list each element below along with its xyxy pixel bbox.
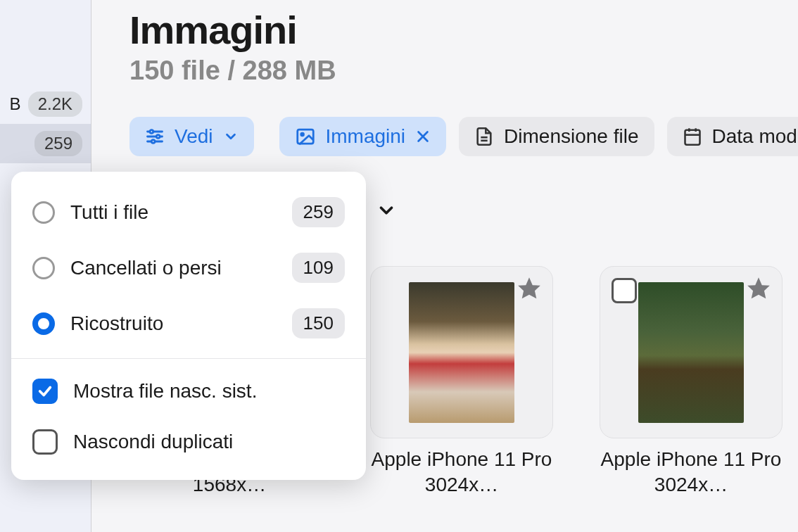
option-label: Mostra file nasc. sist. bbox=[73, 380, 345, 403]
sidebar-item-1[interactable]: 259 bbox=[0, 124, 91, 163]
option-label: Cancellati o persi bbox=[70, 257, 277, 279]
thumbnail-image bbox=[409, 282, 514, 423]
dropdown-option-all[interactable]: Tutti i file 259 bbox=[11, 184, 366, 240]
view-chip[interactable]: Vedi bbox=[129, 117, 254, 156]
option-count: 150 bbox=[292, 308, 345, 338]
datemod-chip[interactable]: Data modi bbox=[667, 117, 798, 156]
svg-marker-16 bbox=[518, 277, 540, 298]
datemod-label: Data modi bbox=[712, 125, 798, 148]
divider bbox=[11, 358, 366, 359]
thumbnail-image bbox=[638, 282, 744, 423]
thumbnail-card[interactable]: Apple iPhone 11 Pro 3024x… bbox=[370, 266, 553, 498]
thumbnail-card[interactable]: Apple iPhone 11 Pro 3024x… bbox=[600, 266, 783, 498]
sliders-icon bbox=[145, 127, 165, 146]
dropdown-option-deleted[interactable]: Cancellati o persi 109 bbox=[11, 240, 366, 296]
radio-icon bbox=[32, 201, 55, 224]
expand-row[interactable] bbox=[376, 200, 798, 224]
sidebar-badge: 2.2K bbox=[28, 91, 82, 117]
star-icon[interactable] bbox=[745, 275, 772, 305]
filter-row: Vedi Immagini Dimensione file Da bbox=[129, 117, 798, 156]
view-label: Vedi bbox=[175, 125, 213, 148]
svg-point-7 bbox=[300, 133, 303, 136]
svg-point-5 bbox=[151, 140, 155, 144]
calendar-icon bbox=[683, 127, 702, 146]
svg-point-3 bbox=[150, 130, 153, 134]
radio-icon bbox=[32, 312, 55, 335]
checkbox-icon bbox=[32, 379, 58, 404]
images-label: Immagini bbox=[326, 125, 406, 148]
svg-marker-17 bbox=[747, 277, 770, 298]
sidebar-item-label: B bbox=[10, 94, 21, 114]
dropdown-show-hidden[interactable]: Mostra file nasc. sist. bbox=[11, 366, 366, 417]
option-label: Tutti i file bbox=[70, 201, 277, 224]
thumb-wrap bbox=[370, 266, 553, 438]
option-label: Nascondi duplicati bbox=[73, 431, 345, 453]
view-dropdown: Tutti i file 259 Cancellati o persi 109 … bbox=[11, 172, 366, 480]
dropdown-hide-dupes[interactable]: Nascondi duplicati bbox=[11, 417, 366, 467]
select-checkbox[interactable] bbox=[612, 278, 637, 303]
chevron-down-icon bbox=[223, 129, 239, 144]
file-icon bbox=[474, 127, 494, 146]
option-count: 109 bbox=[292, 253, 345, 283]
star-icon[interactable] bbox=[516, 275, 543, 305]
option-label: Ricostruito bbox=[70, 312, 277, 335]
thumb-wrap bbox=[600, 266, 783, 438]
radio-icon bbox=[32, 257, 55, 279]
filesize-chip[interactable]: Dimensione file bbox=[459, 117, 654, 156]
svg-rect-12 bbox=[685, 130, 699, 145]
card-title: Apple iPhone 11 Pro 3024x… bbox=[370, 447, 553, 498]
svg-point-4 bbox=[156, 135, 160, 139]
sidebar-badge: 259 bbox=[34, 131, 82, 156]
dropdown-option-reconstructed[interactable]: Ricostruito 150 bbox=[11, 296, 366, 351]
sidebar-item-0[interactable]: B 2.2K bbox=[0, 84, 91, 124]
checkbox-icon bbox=[32, 429, 58, 455]
images-chip[interactable]: Immagini bbox=[279, 117, 447, 156]
page-title: Immagini bbox=[129, 7, 798, 53]
card-title: Apple iPhone 11 Pro 3024x… bbox=[600, 447, 783, 498]
filesize-label: Dimensione file bbox=[504, 125, 638, 148]
option-count: 259 bbox=[292, 197, 345, 227]
chevron-down-icon bbox=[376, 200, 397, 224]
close-icon[interactable] bbox=[415, 129, 431, 144]
page-subtitle: 150 file / 288 MB bbox=[129, 56, 798, 86]
image-icon bbox=[295, 126, 316, 147]
